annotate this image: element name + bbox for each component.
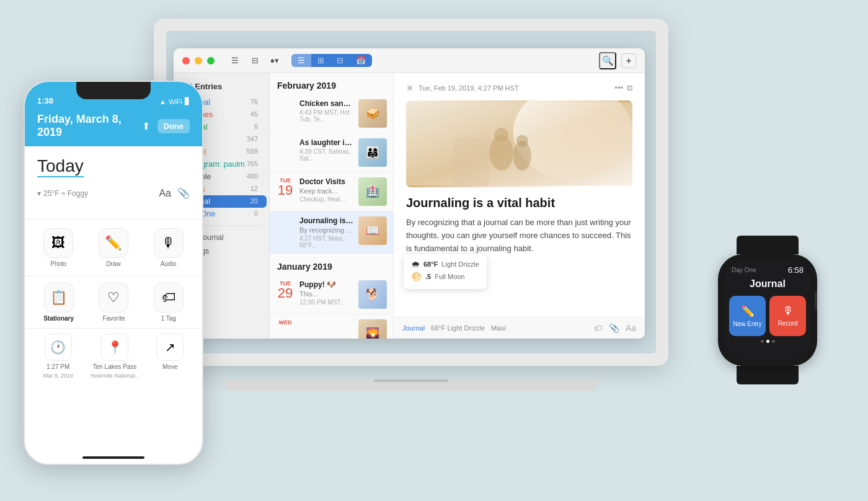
favorite-label: Favorite (102, 315, 125, 322)
footer-location: Maui (491, 324, 506, 332)
grid-view-button[interactable]: ⊞ (311, 54, 330, 67)
watch-new-entry-button[interactable]: ✏️ New Entry (729, 296, 766, 336)
entry-title: As laughter is to a good joke, so too is… (299, 138, 353, 147)
detail-title: Journaling is a vital habit (406, 196, 632, 210)
sidebar-count: 45 (250, 110, 258, 119)
entry-wed[interactable]: WED 🌄 (270, 314, 393, 339)
entry-content: Chicken sandwich 4:43 PM MST, Hot Tub, T… (299, 99, 353, 128)
weather-popup: 🌧 68°F Light Drizzle 🌕 .5 Full Moon (404, 254, 487, 289)
sidebar-count: 0 (254, 210, 258, 218)
copy-button[interactable]: ⧉ (627, 83, 632, 93)
detail-close-button[interactable]: ✕ (406, 83, 414, 93)
attachment-icon[interactable]: 📎 (609, 323, 619, 333)
battery-icon: ▊ (185, 97, 190, 105)
filter-button[interactable]: ⊟ (247, 54, 263, 68)
audio-tool-icon: 🎙 (154, 228, 184, 258)
stationary-label: Stationary (43, 315, 74, 322)
font-size-icon[interactable]: Aa (159, 188, 171, 199)
stationary-tool-icon: 📋 (44, 283, 74, 313)
phone-tool-stationary[interactable]: 📋 Stationary (43, 283, 74, 322)
calendar-view-button[interactable]: 📅 (350, 54, 372, 67)
tags-icon[interactable]: 🏷 (594, 323, 603, 333)
watch-screen: Day One 6:58 Journal ✏️ New Entry 🎙 Reco… (724, 260, 811, 360)
entry-date: TUE 29 (276, 280, 294, 309)
watch-page-dots (724, 340, 811, 343)
svg-point-5 (516, 135, 528, 147)
list-view-button[interactable]: ☰ (291, 54, 311, 67)
svg-rect-6 (454, 138, 490, 185)
entry-content: Puppy! 🐶 This... 12:00 PM MST... (299, 280, 353, 309)
location-icon: 📍 (101, 334, 128, 361)
phone-body: 1:38 ▲ WiFi ▊ Friday, March 8, 2019 ⬆ Do… (24, 81, 203, 465)
entry-thumbnail: 🥪 (358, 99, 387, 128)
february-header: February 2019 (270, 73, 393, 94)
font-icon[interactable]: Aa (626, 323, 636, 333)
weather-row-temp: 🌧 68°F Light Drizzle (411, 259, 479, 269)
watch-time: 6:58 (788, 265, 804, 275)
sidebar-count: 765 (247, 160, 258, 169)
search-button[interactable]: 🔍 (599, 52, 616, 69)
clock-icon: 🕐 (45, 334, 72, 361)
signal-icon: ▲ (159, 98, 166, 105)
entry-meta: 12:00 PM MST... (299, 299, 353, 306)
attachment-icon[interactable]: 📎 (177, 187, 190, 199)
footer-weather: 68°F Light Drizzle (431, 324, 485, 332)
view-switcher: ☰ ⊞ ⊟ 📅 (291, 54, 372, 67)
phone-location-action[interactable]: 📍 Ten Lakes Pass Yosemite National... (90, 334, 140, 379)
watch-buttons: ✏️ New Entry 🎙 Record (724, 296, 811, 336)
close-traffic-light[interactable] (182, 57, 190, 64)
mac-body: All Entries Journal 76 Recipes 45 Medial… (174, 73, 645, 339)
entry-title: Chicken sandwich (299, 99, 353, 108)
entry-thumbnail: 📖 (358, 216, 387, 245)
more-options-button[interactable]: ••• (614, 83, 623, 93)
entry-doctor-visits[interactable]: TUE 19 Doctor Visits Keep track... Check… (270, 172, 393, 211)
entry-title: Journaling is a vital habit (299, 216, 353, 225)
sidebar-count: 76 (250, 98, 258, 107)
phone-move-action[interactable]: ↗ Move (156, 334, 184, 379)
phone-tool-tag[interactable]: 🏷 1 Tag (154, 283, 184, 322)
toolbar-icons: ☰ ⊟ ●▾ (227, 54, 283, 68)
entry-title: Puppy! 🐶 (299, 280, 353, 289)
phone-tool-favorite[interactable]: ♡ Favorite (99, 283, 128, 322)
moon-icon: 🌕 (411, 272, 422, 282)
entry-laughter[interactable]: As laughter is to a good joke, so too is… (270, 133, 393, 172)
phone-time-action[interactable]: 🕐 1:27 PM Mar 8, 2019 (43, 334, 73, 379)
entry-thumbnail: 🐕 (358, 280, 387, 309)
phone-tool-audio[interactable]: 🎙 Audio (154, 228, 184, 267)
detail-actions: ••• ⧉ (614, 83, 632, 93)
phone-tool-photo[interactable]: 🖼 Photo (43, 228, 73, 267)
draw-tool-icon: ✏️ (99, 228, 128, 258)
entry-date (276, 99, 294, 128)
minimize-traffic-light[interactable] (195, 57, 202, 64)
entry-content: Journaling is a vital habit By recognizi… (299, 216, 353, 249)
entry-puppy[interactable]: TUE 29 Puppy! 🐶 This... 12:00 PM MST... … (270, 275, 393, 314)
move-icon: ↗ (156, 334, 184, 361)
favorite-tool-icon: ♡ (99, 283, 128, 313)
watch-record-button[interactable]: 🎙 Record (769, 296, 806, 336)
entry-thumbnail: 👨‍👩‍👧 (358, 138, 387, 167)
entry-chicken-sandwich[interactable]: Chicken sandwich 4:43 PM MST, Hot Tub, T… (270, 94, 393, 133)
done-button[interactable]: Done (157, 119, 190, 133)
columns-view-button[interactable]: ⊟ (330, 54, 350, 67)
phone-bottom-actions: 🕐 1:27 PM Mar 8, 2019 📍 Ten Lakes Pass Y… (25, 329, 202, 384)
sidebar-count: 20 (250, 197, 258, 206)
entry-journaling[interactable]: Journaling is a vital habit By recognizi… (270, 211, 393, 254)
sidebar-toggle-button[interactable]: ☰ (227, 54, 243, 68)
detail-hero-image (406, 100, 632, 187)
record-label: Record (777, 320, 797, 327)
microphone-icon: 🎙 (782, 304, 794, 317)
sidebar-count: 480 (247, 172, 258, 181)
svg-point-3 (494, 128, 508, 142)
laptop: ☰ ⊟ ●▾ ☰ ⊞ ⊟ 📅 🔍 + (154, 19, 668, 391)
mac-app-window: ☰ ⊟ ●▾ ☰ ⊞ ⊟ 📅 🔍 + (174, 48, 645, 339)
add-entry-button[interactable]: + (621, 53, 636, 68)
share-icon[interactable]: ⬆ (142, 120, 150, 132)
chevron-down-icon: ▾ (37, 189, 41, 198)
phone-tool-draw[interactable]: ✏️ Draw (99, 228, 128, 267)
wifi-icon: WiFi (169, 98, 182, 105)
journal-picker-button[interactable]: ●▾ (267, 54, 283, 68)
phone-notch (76, 82, 151, 99)
entry-thumbnail: 🏥 (358, 177, 387, 206)
maximize-traffic-light[interactable] (207, 57, 215, 64)
cloud-rain-icon: 🌧 (411, 259, 420, 269)
